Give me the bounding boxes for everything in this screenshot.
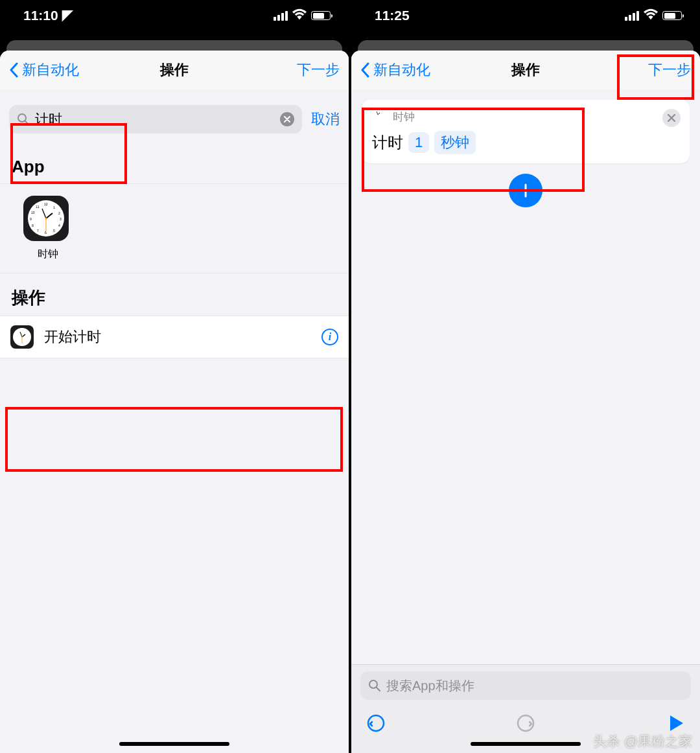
phone-right: 11:25 新自动化 操作 下一步 时钟 <box>351 0 700 753</box>
undo-icon <box>366 713 386 734</box>
svg-point-0 <box>18 114 26 122</box>
svg-line-14 <box>46 213 52 218</box>
cellular-icon <box>274 11 288 21</box>
home-indicator[interactable] <box>471 742 581 746</box>
svg-text:1: 1 <box>53 205 55 209</box>
redo-button[interactable] <box>515 713 536 734</box>
undo-button[interactable] <box>366 713 386 734</box>
navigation-bar: 新自动化 操作 下一步 <box>351 51 700 89</box>
modal-sheet: 新自动化 操作 下一步 时钟 计时 1 秒钟 <box>351 51 700 753</box>
status-time: 11:25 <box>375 8 410 23</box>
location-icon: ◤ <box>62 7 73 23</box>
svg-text:3: 3 <box>60 217 62 221</box>
battery-icon <box>662 11 682 20</box>
navigation-bar: 新自动化 操作 下一步 <box>0 51 349 89</box>
svg-text:2: 2 <box>58 211 60 215</box>
app-item-clock[interactable]: 121234567891011 时钟 <box>23 196 73 261</box>
section-header-action: 操作 <box>0 273 349 316</box>
next-button[interactable]: 下一步 <box>648 60 691 80</box>
nav-title: 操作 <box>160 60 189 80</box>
svg-text:7: 7 <box>37 229 39 233</box>
svg-text:8: 8 <box>32 224 34 227</box>
redo-icon <box>515 713 536 734</box>
svg-line-23 <box>377 111 378 115</box>
clear-search-button[interactable] <box>280 112 294 126</box>
delete-card-button[interactable] <box>662 109 681 127</box>
play-icon <box>665 713 686 734</box>
status-bar: 11:25 <box>351 0 700 31</box>
clock-icon <box>10 325 34 349</box>
phone-left: 11:10 ◤ 新自动化 操作 下一步 计时 <box>0 0 349 753</box>
chevron-left-icon <box>9 62 18 78</box>
clock-icon <box>372 109 388 124</box>
timer-unit-pill[interactable]: 秒钟 <box>434 131 476 154</box>
wifi-icon <box>644 8 658 23</box>
add-action-button[interactable] <box>509 174 542 207</box>
app-label: 时钟 <box>23 248 73 261</box>
action-row-start-timer[interactable]: 开始计时 i <box>0 316 349 358</box>
back-button[interactable]: 新自动化 <box>9 60 79 80</box>
search-placeholder: 搜索App和操作 <box>386 677 474 695</box>
status-bar: 11:10 ◤ <box>0 0 349 31</box>
section-header-app: App <box>0 144 349 183</box>
svg-text:9: 9 <box>30 217 32 221</box>
svg-point-17 <box>45 218 47 220</box>
cellular-icon <box>625 11 639 21</box>
chevron-left-icon <box>360 62 369 78</box>
watermark: 头杀 @果粉之家 <box>593 732 692 750</box>
wifi-icon <box>292 8 307 23</box>
x-icon <box>284 116 290 122</box>
info-icon[interactable]: i <box>321 329 338 345</box>
card-app-name: 时钟 <box>393 110 415 124</box>
search-icon <box>368 679 381 692</box>
status-time: 11:10 ◤ <box>23 8 73 23</box>
search-value: 计时 <box>35 110 280 128</box>
plus-icon <box>518 183 533 198</box>
svg-point-21 <box>21 336 23 338</box>
svg-text:5: 5 <box>53 229 55 233</box>
search-input[interactable]: 计时 <box>9 105 302 133</box>
svg-line-26 <box>377 688 380 691</box>
back-button[interactable]: 新自动化 <box>360 60 430 80</box>
action-list: 开始计时 i <box>0 316 349 358</box>
modal-sheet: 新自动化 操作 下一步 计时 取消 App 121234567891011 <box>0 51 349 753</box>
svg-line-19 <box>20 332 22 337</box>
svg-point-24 <box>377 114 379 115</box>
svg-text:11: 11 <box>36 205 40 209</box>
battery-icon <box>311 11 331 20</box>
x-icon <box>668 114 675 122</box>
next-button[interactable]: 下一步 <box>297 60 340 80</box>
search-actions-input[interactable]: 搜索App和操作 <box>360 671 691 700</box>
svg-line-15 <box>42 209 46 218</box>
action-label: 开始计时 <box>44 327 311 347</box>
svg-text:12: 12 <box>44 202 48 206</box>
search-icon <box>17 113 30 126</box>
action-card-timer[interactable]: 时钟 计时 1 秒钟 <box>362 100 690 163</box>
svg-text:4: 4 <box>58 224 60 227</box>
timer-value-pill[interactable]: 1 <box>408 132 429 153</box>
home-indicator[interactable] <box>119 742 229 746</box>
svg-line-1 <box>25 121 29 124</box>
app-grid: 121234567891011 时钟 <box>0 183 349 273</box>
nav-title: 操作 <box>511 60 540 80</box>
cancel-search-button[interactable]: 取消 <box>311 110 340 129</box>
svg-point-25 <box>369 680 377 688</box>
clock-app-icon: 121234567891011 <box>23 196 69 241</box>
svg-text:10: 10 <box>31 211 35 214</box>
card-prefix: 计时 <box>372 132 403 153</box>
run-button[interactable] <box>665 713 686 734</box>
